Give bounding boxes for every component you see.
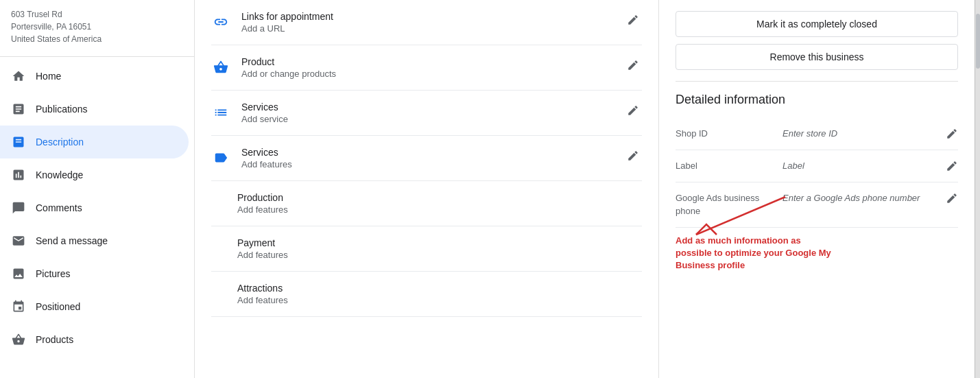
row-services-list-content: Services Add service xyxy=(241,102,613,124)
right-panel: Mark it as completely closed Remove this… xyxy=(659,0,975,378)
detail-row-label: Label Label xyxy=(676,150,958,182)
sidebar-item-home[interactable]: Home xyxy=(0,60,189,93)
home-icon xyxy=(11,69,26,84)
sidebar-item-send-message[interactable]: Send a message xyxy=(0,224,189,257)
annotation-text: Add as much informatioon as possible to … xyxy=(676,235,833,272)
business-address: 603 Trusel Rd Portersville, PA 16051 Uni… xyxy=(0,0,194,54)
sidebar-item-knowledge[interactable]: Knowledge xyxy=(0,158,189,191)
detail-row-google-ads: Google Ads business phone Enter a Google… xyxy=(676,182,958,227)
row-product-content: Product Add or change products xyxy=(241,56,613,79)
production-icon xyxy=(211,193,226,209)
sidebar-item-positioned[interactable]: Positioned xyxy=(0,290,189,323)
product-icon xyxy=(211,58,230,77)
services-list-edit-button[interactable] xyxy=(624,102,642,119)
row-services-tag: Services Add features xyxy=(211,136,642,181)
google-ads-edit-button[interactable] xyxy=(946,192,958,204)
shop-id-edit-button[interactable] xyxy=(946,128,958,140)
row-payment-content: Payment Add features xyxy=(237,237,642,260)
row-production: Production Add features xyxy=(211,181,642,226)
mark-closed-button[interactable]: Mark it as completely closed xyxy=(676,11,958,37)
services-tag-icon xyxy=(211,148,230,167)
row-payment: Payment Add features xyxy=(211,226,642,272)
right-panel-divider xyxy=(676,81,958,82)
pictures-icon xyxy=(11,266,26,281)
knowledge-icon xyxy=(11,167,26,182)
row-services-list: Services Add service xyxy=(211,91,642,136)
attractions-icon xyxy=(211,284,226,299)
scrollbar-thumb xyxy=(976,14,980,69)
description-icon xyxy=(11,134,26,150)
sidebar-item-comments[interactable]: Comments xyxy=(0,191,189,224)
detail-row-shop-id: Shop ID Enter store ID xyxy=(676,118,958,150)
sidebar-item-description[interactable]: Description xyxy=(0,126,189,158)
row-services-tag-content: Services Add features xyxy=(241,147,613,169)
row-links: Links for appointment Add a URL xyxy=(211,0,642,45)
sidebar-item-publications[interactable]: Publications xyxy=(0,93,189,126)
main-content: Links for appointment Add a URL Product … xyxy=(195,0,980,378)
publications-icon xyxy=(11,102,26,117)
sidebar: 603 Trusel Rd Portersville, PA 16051 Uni… xyxy=(0,0,195,378)
products-icon xyxy=(11,332,26,347)
services-list-icon xyxy=(211,103,230,122)
link-icon xyxy=(211,12,230,32)
label-edit-button[interactable] xyxy=(946,160,958,172)
annotation-container: Add as much informatioon as possible to … xyxy=(676,235,958,272)
remove-business-button[interactable]: Remove this business xyxy=(676,44,958,70)
message-icon xyxy=(11,233,26,248)
detailed-info-title: Detailed information xyxy=(676,93,958,107)
services-tag-edit-button[interactable] xyxy=(624,147,642,165)
sidebar-divider xyxy=(0,56,194,57)
links-edit-button[interactable] xyxy=(624,11,642,29)
positioned-icon xyxy=(11,299,26,314)
row-attractions: Attractions Add features xyxy=(211,272,642,317)
row-product: Product Add or change products xyxy=(211,45,642,91)
row-production-content: Production Add features xyxy=(237,192,642,215)
center-panel: Links for appointment Add a URL Product … xyxy=(195,0,659,378)
payment-icon xyxy=(211,239,226,254)
product-edit-button[interactable] xyxy=(624,56,642,74)
row-attractions-content: Attractions Add features xyxy=(237,283,642,305)
row-links-content: Links for appointment Add a URL xyxy=(241,11,613,34)
sidebar-item-products[interactable]: Products xyxy=(0,323,189,356)
comments-icon xyxy=(11,200,26,215)
sidebar-item-pictures[interactable]: Pictures xyxy=(0,257,189,290)
right-scrollbar[interactable] xyxy=(975,0,980,378)
